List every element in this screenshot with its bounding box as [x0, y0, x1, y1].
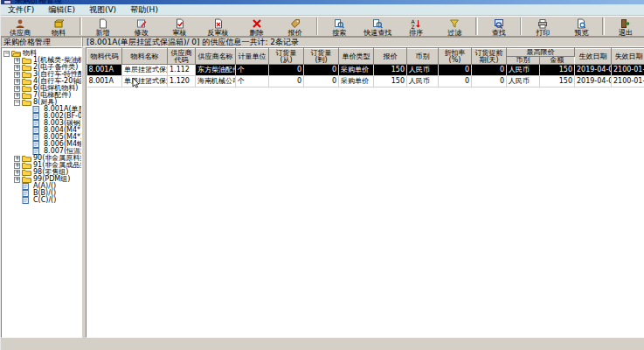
new-icon — [98, 18, 108, 29]
column-header[interactable]: 供应商名称 — [196, 49, 236, 65]
table-cell[interactable]: 人民币 — [507, 65, 540, 76]
table-cell[interactable]: 2019-04-02 — [575, 65, 612, 76]
table-cell[interactable]: 采购单价 — [339, 76, 374, 88]
column-header[interactable]: 供应商代码 — [168, 49, 196, 65]
column-header[interactable]: 币别 — [407, 49, 439, 65]
toolbar-button-search[interactable]: 搜索 — [320, 17, 358, 36]
expand-icon[interactable]: + — [14, 177, 20, 183]
expand-icon[interactable]: + — [14, 156, 20, 162]
menu-item[interactable]: 文件(F) — [1, 4, 41, 15]
expand-icon[interactable]: + — [14, 170, 20, 176]
tree-item[interactable]: C(C)/() — [2, 197, 81, 204]
table-cell[interactable]: 个 — [236, 65, 269, 76]
table-cell[interactable]: 0 — [472, 76, 507, 88]
expand-icon[interactable]: + — [14, 65, 20, 71]
toolbar-button-label: 删除 — [250, 29, 264, 37]
folder-icon — [22, 78, 32, 85]
expand-icon[interactable]: + — [14, 79, 20, 85]
quick-find-icon — [372, 18, 383, 29]
exit-icon — [620, 18, 631, 29]
table-cell[interactable]: 0 — [439, 65, 472, 76]
table-cell[interactable]: 0 — [439, 76, 472, 88]
column-header[interactable]: 生效日期 — [575, 49, 612, 65]
table-cell[interactable]: 2100-01-01 — [612, 76, 644, 88]
column-header[interactable]: 失效日期 — [612, 49, 644, 65]
table-cell[interactable]: 个 — [236, 76, 269, 88]
column-header[interactable]: 订货量(从) — [269, 49, 304, 65]
table-cell[interactable]: 人民币 — [407, 65, 439, 76]
toolbar-button-new[interactable]: 新增 — [84, 17, 122, 36]
table-cell[interactable]: 0 — [472, 65, 507, 76]
toolbar-button-sort[interactable]: AZ排序 — [397, 17, 435, 36]
expand-icon[interactable]: + — [14, 93, 20, 99]
column-header[interactable]: 报价 — [374, 49, 407, 65]
expand-icon[interactable]: + — [14, 58, 20, 64]
column-header[interactable]: 订货提前期(天) — [472, 49, 507, 65]
expand-icon[interactable]: + — [14, 72, 20, 78]
table-cell[interactable]: 东方柴油配件2 — [196, 65, 236, 76]
modify-icon — [136, 18, 147, 29]
column-group-header[interactable]: 最高限价 — [507, 49, 575, 57]
column-header[interactable]: 单价类型 — [339, 49, 374, 65]
table-cell[interactable]: 1.120 — [168, 76, 196, 88]
toolbar-button-supplier[interactable]: 供应商 — [1, 17, 39, 36]
menu-item[interactable]: 帮助(H) — [123, 4, 165, 15]
main-area: −物料+1(机械类-柴油机)+2(电子备件类)+3(自行车-特性配置)+4(自行… — [1, 47, 644, 338]
toolbar-button-filter[interactable]: 过滤 — [435, 17, 474, 36]
toolbar-button-audit[interactable]: 审核 — [161, 17, 199, 36]
toolbar-button-print[interactable]: 打印 — [523, 17, 562, 36]
table-cell[interactable]: 人民币 — [507, 76, 540, 88]
folder-icon — [22, 176, 32, 183]
collapse-icon[interactable]: − — [3, 51, 10, 57]
table-cell[interactable]: 150 — [540, 76, 575, 88]
table-cell[interactable]: 单层挂篮式保温箱 — [122, 76, 168, 88]
column-header[interactable]: 币别 — [507, 57, 540, 65]
toolbar-button-exit[interactable]: 退出 — [606, 17, 644, 36]
menu-bar: 文件(F)编辑(E)视图(V)帮助(H) — [1, 4, 644, 16]
table-cell[interactable]: 0 — [269, 76, 304, 88]
column-header[interactable]: 计量单位 — [236, 49, 269, 65]
table-cell[interactable]: 2100-01-01 — [612, 65, 644, 76]
table-cell[interactable]: 采购单价 — [339, 65, 374, 76]
toolbar-button-material[interactable]: 物料 — [39, 17, 78, 36]
toolbar-separator — [316, 18, 319, 35]
table-cell[interactable]: 单层挂篮式保温箱 — [122, 65, 168, 76]
table-cell[interactable]: 0 — [304, 76, 339, 88]
toolbar-button-label: 预览 — [574, 29, 588, 37]
column-header[interactable]: 折扣率(%) — [439, 49, 472, 65]
table-cell[interactable]: 8.001A — [87, 76, 122, 88]
record-info-caption: [8.001A(单层挂篮式保温箱)/ 0] 的供应信息一共计: 2条记录 — [82, 37, 644, 47]
table-cell[interactable]: 海南机械公司 — [196, 76, 236, 88]
toolbar-button-modify[interactable]: 修改 — [122, 17, 161, 36]
column-header[interactable]: 物料名称 — [122, 49, 168, 65]
tree-item-label: C(C)/() — [33, 197, 56, 204]
folder-icon — [22, 155, 32, 162]
table-cell[interactable]: 150 — [374, 76, 407, 88]
material-icon — [53, 18, 64, 29]
toolbar-button-delete[interactable]: 删除 — [238, 17, 276, 36]
table-cell[interactable]: 1.112 — [168, 65, 196, 76]
expand-icon[interactable]: + — [14, 86, 20, 92]
table-cell[interactable]: 150 — [540, 65, 575, 76]
table-cell[interactable]: 150 — [374, 65, 407, 76]
toolbar-button-quick-find[interactable]: 快速查找 — [358, 17, 397, 36]
menu-item[interactable]: 编辑(E) — [41, 4, 82, 15]
table-cell[interactable]: 8.001A — [87, 65, 122, 76]
table-cell[interactable]: 0 — [304, 65, 339, 76]
table-row[interactable]: 8.001A单层挂篮式保温箱1.112东方柴油配件2个00采购单价150人民币0… — [87, 65, 644, 76]
folder-icon — [22, 57, 32, 64]
table-cell[interactable]: 2019-04-02 — [575, 76, 612, 88]
column-header[interactable]: 物料代码 — [87, 49, 122, 65]
table-row[interactable]: 8.001A单层挂篮式保温箱1.120海南机械公司个00采购单价150人民币00… — [87, 76, 644, 88]
menu-item[interactable]: 视图(V) — [82, 4, 123, 15]
collapse-icon[interactable]: − — [14, 100, 20, 106]
toolbar-button-quote[interactable]: 报价 — [276, 17, 315, 36]
toolbar-button-preview[interactable]: 预览 — [562, 17, 600, 36]
table-cell[interactable]: 0 — [269, 65, 304, 76]
column-header[interactable]: 金额 — [540, 57, 575, 65]
toolbar-button-unaudit[interactable]: 反审核 — [199, 17, 238, 36]
expand-icon[interactable]: + — [14, 163, 20, 169]
column-header[interactable]: 订货量(到) — [304, 49, 339, 65]
toolbar-button-find[interactable]: 查找 — [480, 17, 518, 36]
table-cell[interactable]: 人民币 — [407, 76, 439, 88]
